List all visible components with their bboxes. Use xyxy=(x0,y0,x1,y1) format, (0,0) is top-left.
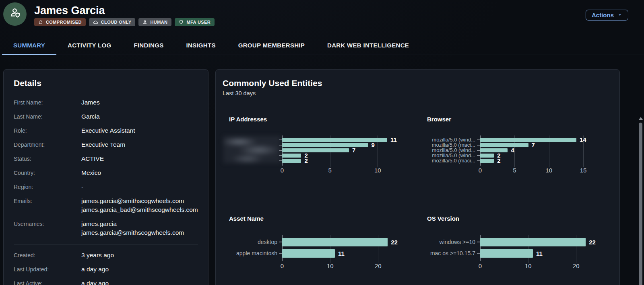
x-tick-label: 10 xyxy=(327,262,334,269)
details-title: Details xyxy=(14,78,198,88)
badge-human: HUMAN xyxy=(138,18,171,26)
tab-insights[interactable]: INSIGHTS xyxy=(175,35,227,55)
category-label: apple macintosh xyxy=(223,250,277,256)
bar-row: mozilla/5.0 (maci...2 xyxy=(421,158,610,163)
detail-row-region: Region:- xyxy=(14,182,198,191)
x-tick-label: 0 xyxy=(479,167,482,174)
x-tick-label: 10 xyxy=(545,167,552,174)
detail-row-status: Status:ACTIVE xyxy=(14,154,198,163)
bar-value-label: 2 xyxy=(497,157,500,164)
detail-value: Garcia xyxy=(81,112,100,121)
bar-row: apple macintosh11 xyxy=(223,248,410,259)
detail-label: Created: xyxy=(14,251,81,260)
detail-label: Last Name: xyxy=(14,112,81,121)
bar xyxy=(480,238,586,246)
x-tick-label: 5 xyxy=(513,167,516,174)
bar xyxy=(480,148,508,152)
tab-dark-web-intelligence[interactable]: DARK WEB INTELLIGENCE xyxy=(316,35,420,55)
scrollbar-up-arrow-icon[interactable] xyxy=(639,117,643,120)
bar-value-label: 22 xyxy=(391,239,398,246)
category-label: windows >=10 xyxy=(421,239,475,245)
bar xyxy=(282,159,301,163)
tab-summary[interactable]: SUMMARY xyxy=(2,35,56,55)
detail-label: Status: xyxy=(14,154,81,163)
bar-value-label: 11 xyxy=(338,250,345,257)
badge-label: MFA USER xyxy=(186,20,211,25)
entities-title: Commonly Used Entities xyxy=(223,78,619,88)
category-label: desktop xyxy=(223,239,277,245)
x-axis-tick-labels: 01020 xyxy=(223,262,410,271)
detail-value: a day ago xyxy=(81,279,109,285)
chart-ip-addresses: IP Addresses1197220510 xyxy=(223,116,410,175)
vertical-scrollbar[interactable] xyxy=(638,111,644,285)
details-divider xyxy=(14,244,198,244)
detail-value: Mexico xyxy=(81,168,101,177)
bar xyxy=(282,138,387,142)
detail-row-emails: Emails:james.garcia@smithscogwheels.comj… xyxy=(14,197,198,214)
x-tick-label: 20 xyxy=(375,262,382,269)
detail-value: Executive Team xyxy=(81,140,125,149)
detail-row-country: Country:Mexico xyxy=(14,168,198,177)
chart-title: Browser xyxy=(421,116,610,123)
avatar xyxy=(3,2,27,26)
tab-bar: SUMMARYACTIVITY LOGFINDINGSINSIGHTSGROUP… xyxy=(0,35,644,55)
chart-asset-name: Asset Namedesktop22apple macintosh110102… xyxy=(223,215,410,271)
x-axis-tick-labels: 01020 xyxy=(421,262,610,271)
badge-label: CLOUD ONLY xyxy=(101,20,132,25)
shield-icon xyxy=(179,20,184,25)
cloud-icon xyxy=(93,20,98,25)
x-tick-label: 0 xyxy=(479,262,482,269)
bar xyxy=(480,159,494,163)
detail-value: a day ago xyxy=(81,265,109,274)
detail-row-first-name: First Name:James xyxy=(14,98,198,107)
detail-label: Last Active: xyxy=(14,279,81,285)
detail-row-last-updated: Last Updated:a day ago xyxy=(14,265,198,274)
scrollbar-thumb[interactable] xyxy=(639,123,642,285)
x-axis-tick-labels: 0510 xyxy=(223,166,410,175)
chart-plot-area: desktop22apple macintosh1101020 xyxy=(223,236,410,271)
chart-title: OS Version xyxy=(421,215,610,222)
detail-label: Usernames: xyxy=(14,219,81,237)
bar-row: desktop22 xyxy=(223,236,410,248)
detail-row-usernames: Usernames:james.garciajames.garcia@smith… xyxy=(14,219,198,237)
caret-down-icon xyxy=(617,12,622,18)
bar-value-label: 2 xyxy=(304,157,308,164)
bar-row: windows >=1022 xyxy=(421,236,610,248)
bar xyxy=(282,148,349,152)
bar-row: mac os >=10.15.711 xyxy=(421,248,610,259)
bar xyxy=(480,249,533,258)
detail-value: james.garciajames.garcia@smithscogwheels… xyxy=(81,219,184,237)
page-title: James Garcia xyxy=(34,4,105,17)
chart-title: IP Addresses xyxy=(223,116,410,123)
actions-button-label: Actions xyxy=(592,12,614,18)
bar-value-label: 11 xyxy=(536,250,543,257)
detail-row-created: Created:3 years ago xyxy=(14,251,198,260)
detail-label: Country: xyxy=(14,168,81,177)
chart-plot-area: windows >=1022mac os >=10.15.71101020 xyxy=(421,236,610,271)
bar xyxy=(282,238,388,246)
detail-label: Role: xyxy=(14,126,81,135)
details-footer-list: Created:3 years agoLast Updated:a day ag… xyxy=(14,251,198,285)
details-panel: Details First Name:JamesLast Name:Garcia… xyxy=(3,69,208,285)
person-icon xyxy=(142,20,147,25)
tab-activity-log[interactable]: ACTIVITY LOG xyxy=(56,35,122,55)
bar xyxy=(282,154,301,158)
bar xyxy=(480,143,528,147)
bar xyxy=(282,249,335,258)
x-tick-label: 5 xyxy=(328,167,331,174)
tab-group-membership[interactable]: GROUP MEMBERSHIP xyxy=(227,35,316,55)
detail-row-role: Role:Executive Assistant xyxy=(14,126,198,135)
page-header: James Garcia COMPROMISEDCLOUD ONLYHUMANM… xyxy=(0,0,644,35)
lock-icon xyxy=(38,20,43,25)
detail-value: 3 years ago xyxy=(81,251,114,260)
detail-label: Department: xyxy=(14,140,81,149)
chart-title: Asset Name xyxy=(223,215,410,222)
detail-value: james.garcia@smithscogwheels.comjames.ga… xyxy=(81,197,198,214)
detail-label: Last Updated: xyxy=(14,265,81,274)
tab-findings[interactable]: FINDINGS xyxy=(122,35,175,55)
chart-browser: Browsermozilla/5.0 (wind...14mozilla/5.0… xyxy=(421,116,610,175)
actions-button[interactable]: Actions xyxy=(586,10,628,21)
x-axis-tick-labels: 051015 xyxy=(421,166,610,175)
commonly-used-entities-panel: Commonly Used Entities Last 30 days IP A… xyxy=(215,69,620,285)
detail-label: Region: xyxy=(14,182,81,191)
